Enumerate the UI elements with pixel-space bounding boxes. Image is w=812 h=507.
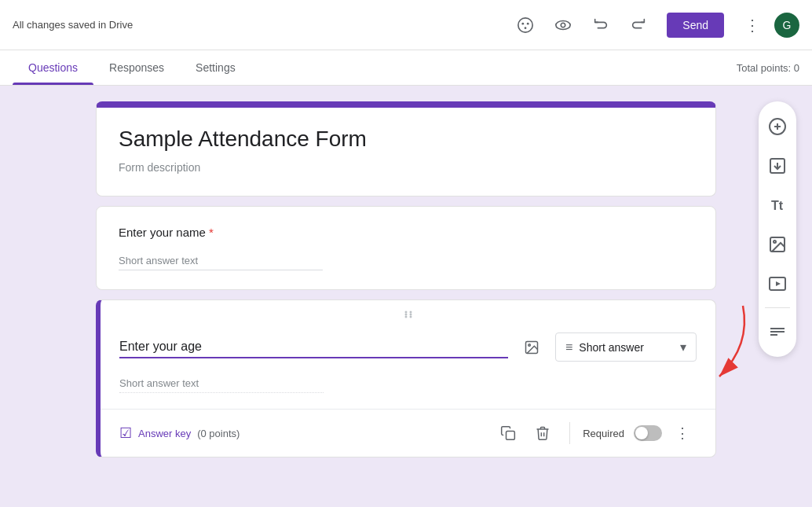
top-bar-left: All changes saved in Drive	[13, 19, 510, 31]
section-icon	[768, 322, 787, 341]
chevron-down-icon: ▾	[680, 340, 686, 355]
vertical-divider	[569, 422, 570, 444]
save-status: All changes saved in Drive	[13, 19, 133, 31]
preview-button[interactable]	[547, 9, 579, 41]
svg-point-5	[561, 23, 566, 28]
main-content: Sample Attendance Form Form description …	[0, 86, 812, 473]
toggle-knob	[635, 427, 648, 439]
form-title[interactable]: Sample Attendance Form	[119, 127, 693, 152]
svg-point-8	[404, 316, 407, 318]
svg-point-10	[404, 314, 407, 316]
image-icon	[524, 340, 540, 355]
svg-marker-24	[776, 281, 781, 286]
undo-button[interactable]	[585, 9, 616, 41]
avatar[interactable]: G	[774, 13, 799, 38]
type-dropdown-label: Short answer	[579, 341, 674, 354]
question2-body: ≡ Short answer ▾ Short answer text	[101, 326, 715, 393]
type-dropdown[interactable]: ≡ Short answer ▾	[555, 332, 697, 362]
checkbox-icon: ☑	[119, 424, 132, 442]
answer-key-points: (0 points)	[197, 428, 240, 439]
question2-image-button[interactable]	[518, 333, 546, 362]
question2-input[interactable]	[119, 336, 508, 358]
send-button[interactable]: Send	[667, 13, 724, 38]
svg-point-11	[409, 314, 411, 316]
question1-label: Enter your name *	[119, 226, 693, 239]
svg-text:Tt: Tt	[771, 199, 784, 212]
import-icon	[768, 156, 787, 175]
question1-card: Enter your name * Short answer text	[96, 206, 716, 290]
trash-icon	[535, 425, 550, 441]
tab-responses[interactable]: Responses	[93, 50, 180, 85]
plus-circle-icon	[768, 117, 787, 136]
question2-bottom-bar: ☑ Answer key (0 points)	[101, 409, 715, 457]
delete-button[interactable]	[529, 419, 557, 447]
svg-point-0	[518, 17, 532, 31]
add-question-button[interactable]	[759, 108, 796, 145]
undo-icon	[592, 17, 609, 34]
question2-card: ≡ Short answer ▾ Short answer text ☑ Ans…	[96, 299, 716, 457]
question1-placeholder: Short answer text	[119, 252, 323, 270]
question-more-button[interactable]: ⋮	[668, 419, 697, 447]
top-bar: All changes saved in Drive	[0, 0, 812, 50]
required-star: *	[209, 226, 214, 239]
required-toggle[interactable]	[634, 425, 662, 441]
title-icon: Tt	[768, 196, 787, 215]
total-points: Total points: 0	[737, 51, 799, 85]
answer-key-button[interactable]: Answer key	[138, 428, 191, 439]
palette-button[interactable]	[510, 9, 541, 41]
add-title-button[interactable]: Tt	[759, 186, 796, 224]
import-question-button[interactable]	[759, 147, 796, 185]
right-sidebar: Tt	[759, 101, 796, 357]
drag-handle[interactable]	[101, 300, 715, 326]
svg-point-3	[525, 27, 527, 29]
tab-questions[interactable]: Questions	[13, 50, 93, 85]
tabs: Questions Responses Settings	[13, 50, 251, 85]
copy-icon	[500, 425, 516, 441]
svg-point-9	[409, 316, 411, 318]
tab-bar: Questions Responses Settings Total point…	[0, 50, 812, 86]
redo-button[interactable]	[623, 9, 654, 41]
video-icon	[768, 274, 787, 293]
form-area: Sample Attendance Form Form description …	[96, 101, 716, 457]
top-bar-icons: Send ⋮ G	[510, 9, 799, 41]
question2-top-row: ≡ Short answer ▾	[119, 332, 697, 362]
svg-point-4	[556, 20, 570, 29]
svg-point-2	[527, 22, 529, 24]
palette-icon	[517, 17, 534, 34]
add-section-button[interactable]	[759, 313, 796, 351]
svg-rect-14	[507, 432, 515, 440]
required-label: Required	[583, 428, 624, 439]
add-video-button[interactable]	[759, 265, 796, 303]
answer-key-label: Answer key	[138, 428, 191, 439]
duplicate-button[interactable]	[494, 419, 522, 447]
svg-point-1	[522, 22, 525, 24]
more-icon: ⋮	[744, 16, 760, 35]
add-image-button[interactable]	[759, 226, 796, 263]
question2-answer-placeholder: Short answer text	[119, 377, 324, 393]
more-dots-icon: ⋮	[675, 424, 689, 442]
form-description[interactable]: Form description	[119, 161, 693, 174]
drag-icon	[400, 310, 417, 319]
add-image-icon	[768, 235, 787, 254]
svg-point-7	[409, 311, 411, 314]
preview-icon	[554, 17, 572, 34]
redo-icon	[630, 17, 647, 34]
type-dropdown-icon: ≡	[565, 340, 572, 355]
sidebar-divider	[765, 307, 790, 308]
svg-point-13	[529, 344, 531, 346]
svg-point-22	[774, 241, 776, 243]
form-title-card: Sample Attendance Form Form description	[96, 101, 716, 197]
tab-settings[interactable]: Settings	[180, 50, 251, 85]
svg-point-6	[404, 311, 407, 314]
more-options-button[interactable]: ⋮	[737, 9, 768, 41]
